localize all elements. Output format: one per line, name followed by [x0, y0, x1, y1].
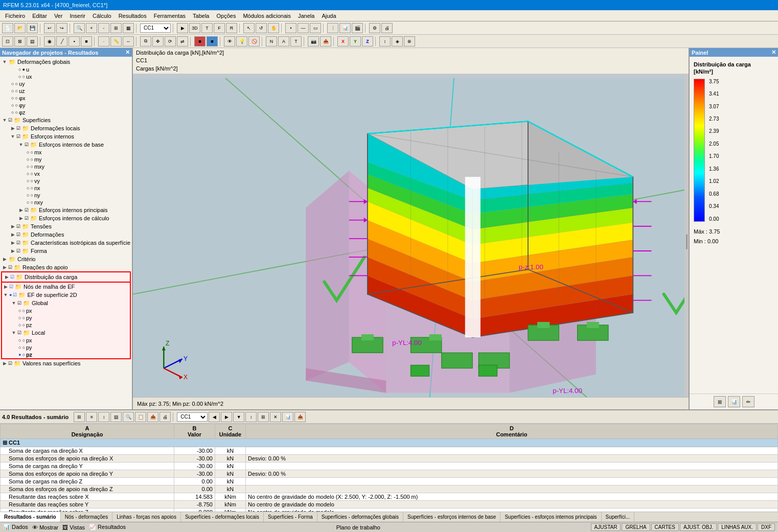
tb-lines[interactable]: —: [298, 23, 309, 33]
tab-superficies-deform-locais[interactable]: Superfícies - deformações locais: [181, 512, 264, 522]
tb-view-top[interactable]: T: [201, 23, 213, 33]
table-row[interactable]: Soma de cargas na direção X -30.00 kN: [1, 447, 778, 455]
tb2-tag[interactable]: T: [290, 36, 302, 47]
tb2-rotate-obj[interactable]: ⟳: [165, 36, 176, 47]
tree-phiz[interactable]: ○○ φz: [1, 109, 131, 116]
tree-esforcos-calculo[interactable]: ▶ ☑ 📁 Esforços internos de cálculo: [1, 214, 131, 222]
bt-export2[interactable]: 📤: [294, 412, 306, 422]
tb-settings[interactable]: ⚙: [369, 23, 380, 33]
tab-superficies-forma[interactable]: Superfícies - Forma: [264, 512, 317, 522]
menu-tabela[interactable]: Tabela: [190, 12, 212, 20]
palette-icon-2[interactable]: 📊: [728, 396, 740, 407]
tb2-select-mode[interactable]: ▤: [27, 36, 38, 47]
tree-distribuicao[interactable]: ▶ ☑ 📁 Distribuição da carga: [1, 271, 131, 283]
table-row[interactable]: Resultante das reações sobre X 14.583 kN…: [1, 493, 778, 501]
tb2-select-all[interactable]: ⊡: [2, 36, 13, 47]
tree-uy[interactable]: ○○ uy: [1, 80, 131, 87]
tab-superficies-esforcos-principais[interactable]: Superfícies - esforços internos principa…: [500, 512, 601, 522]
tree-global-px[interactable]: ○○ px: [1, 307, 131, 314]
tb-pan[interactable]: ✋: [268, 23, 279, 33]
tree-uz[interactable]: ○○ uz: [1, 87, 131, 95]
tree-deformacoes-sup[interactable]: ▶ ☑ 📁 Deformações: [1, 230, 131, 239]
tree-global-pz[interactable]: ○○ pz: [1, 321, 131, 329]
bt-chart[interactable]: 📊: [282, 412, 293, 422]
tree-phiy[interactable]: ○○ φy: [1, 102, 131, 109]
tb-undo[interactable]: ↩: [44, 23, 55, 33]
bt-table-btn6[interactable]: 📋: [135, 412, 146, 422]
tb-print[interactable]: 🖨: [381, 23, 393, 33]
tree-global[interactable]: ▼ ☑ 📁 Global: [1, 299, 131, 307]
tree-nx[interactable]: ○○ nx: [1, 184, 131, 192]
tb2-color1[interactable]: ■: [194, 36, 205, 47]
tb-nodes[interactable]: •: [285, 23, 296, 33]
tb2-solid-tool[interactable]: ■: [81, 36, 92, 47]
tb2-x-axis[interactable]: X: [337, 36, 349, 47]
tree-area[interactable]: ▼ 📁 Deformações globais ○● u ○○ ux ○○ uy…: [0, 57, 132, 409]
table-row[interactable]: Soma de cargas na direção Z 0.00 kN: [1, 478, 778, 485]
status-dados[interactable]: 📊 Dados: [3, 524, 28, 530]
tb2-node-tool[interactable]: ◉: [44, 36, 55, 47]
tree-forma[interactable]: ▶ ☑ 📁 Forma: [1, 247, 131, 255]
tree-global-py[interactable]: ○○ py: [1, 314, 131, 321]
tree-ef-superficie[interactable]: ▼ ●☑ 📁 EF de superfície 2D: [1, 291, 131, 299]
tree-phix[interactable]: ○○ φx: [1, 95, 131, 102]
tab-superficies-deform-globais[interactable]: Superfícies - deformações globais: [317, 512, 403, 522]
table-row[interactable]: Soma de cargas na direção Y -30.00 kN: [1, 462, 778, 470]
tab-nos-deformacoes[interactable]: Nós - deformações: [61, 512, 112, 522]
tb2-z-axis[interactable]: Z: [362, 36, 373, 47]
tree-local-py[interactable]: ○○ py: [1, 344, 131, 351]
menu-ferramentas[interactable]: Ferramentas: [151, 12, 189, 20]
bt-expand[interactable]: ⊞: [258, 412, 269, 422]
tb-animate[interactable]: 🎬: [352, 23, 363, 33]
tb2-surface-tool[interactable]: ▪: [68, 36, 80, 47]
tree-u[interactable]: ○● u: [1, 66, 131, 73]
tb-open[interactable]: 📂: [14, 23, 26, 33]
tb-view-front[interactable]: F: [214, 23, 225, 33]
tb-results[interactable]: 📊: [339, 23, 351, 33]
status-cartes[interactable]: CARTES: [651, 523, 679, 531]
bt-table-btn8[interactable]: 🖨: [159, 412, 171, 422]
tb-view-right[interactable]: R: [226, 23, 237, 33]
tb-rotate[interactable]: ↺: [256, 23, 267, 33]
bt-filter[interactable]: ▼: [233, 412, 244, 422]
tb2-iso[interactable]: ◈: [392, 36, 403, 47]
tree-nos-malha[interactable]: ▶ ☑ 📁 Nós de malha de EF: [1, 283, 131, 291]
bt-table-btn1[interactable]: ⊞: [74, 412, 85, 422]
tb-redo[interactable]: ↪: [56, 23, 67, 33]
expand-icon[interactable]: ▼: [1, 59, 8, 64]
tree-ux[interactable]: ○○ ux: [1, 73, 131, 80]
status-resultados[interactable]: 📈 Resultados: [89, 524, 126, 530]
tree-reacoes[interactable]: ▶ ☑ 📁 Reações do apoio: [1, 263, 131, 271]
tb2-screenshot[interactable]: 📷: [308, 36, 319, 47]
menu-resultados[interactable]: Resultados: [116, 12, 150, 20]
tab-resultados-sumario[interactable]: Resultados - sumário: [0, 512, 61, 522]
tree-tensoes[interactable]: ▶ ☑ 📁 Tensões: [1, 222, 131, 230]
toolbar-combo-cc[interactable]: CC1: [140, 24, 171, 33]
tb2-measure[interactable]: 📏: [110, 36, 122, 47]
bt-table-btn4[interactable]: ▤: [110, 412, 122, 422]
tree-mx[interactable]: ○○ mx: [1, 149, 131, 156]
tree-vy[interactable]: ○○ vy: [1, 177, 131, 184]
status-linhas-aux[interactable]: LINHAS AUX.: [718, 523, 757, 531]
tb2-number[interactable]: N: [266, 36, 277, 47]
tree-nxy[interactable]: ○○ nxy: [1, 199, 131, 206]
tree-esforcos-principais[interactable]: ▶ ☑ 📁 Esforços internos principais: [1, 206, 131, 214]
tb2-deform[interactable]: ↕: [379, 36, 391, 47]
viewport-resize-handle[interactable]: [684, 74, 689, 409]
tb-mesh[interactable]: ⋮: [327, 23, 338, 33]
tb2-deselect[interactable]: ⊠: [14, 36, 26, 47]
tb-zoom-in[interactable]: +: [86, 23, 97, 33]
status-dxf[interactable]: DXF: [758, 523, 775, 531]
table-row[interactable]: Soma dos esforços de apoio na direção Z …: [1, 485, 778, 493]
left-panel-close[interactable]: ✕: [125, 49, 130, 56]
menu-opcoes[interactable]: Opções: [213, 12, 239, 20]
section-cc1[interactable]: ⊞ CC1: [1, 439, 778, 447]
table-row[interactable]: Soma dos esforços de apoio na direção X …: [1, 455, 778, 462]
3d-viewport[interactable]: p-YL:4.00 p-YL:4.00 p-z:1.00 Y X Z: [133, 74, 689, 409]
menu-calculo[interactable]: Cálculo: [89, 12, 115, 20]
tb-zoom-out[interactable]: -: [98, 23, 109, 33]
tree-mxy[interactable]: ○○ mxy: [1, 163, 131, 170]
status-vistas[interactable]: 🖼 Vistas: [62, 524, 85, 530]
tree-deform-locais[interactable]: ▶ ☑ 📁 Deformações locais: [1, 124, 131, 132]
tb-zoom-fit[interactable]: ⊞: [110, 23, 122, 33]
